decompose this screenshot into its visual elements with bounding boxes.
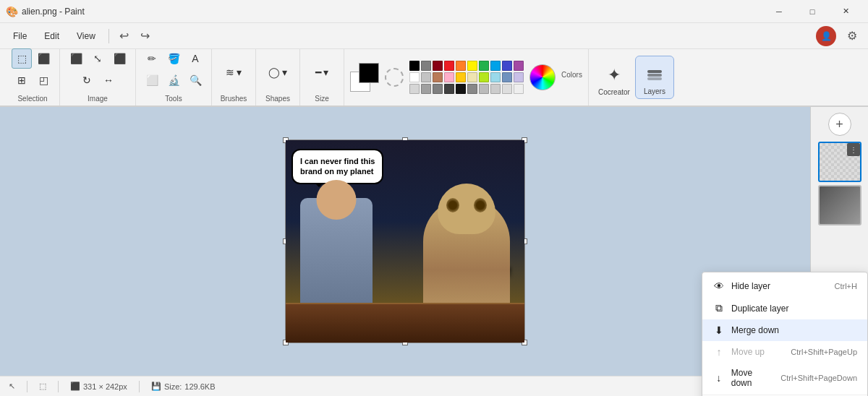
status-divider-2 (58, 381, 59, 392)
resize-tool[interactable]: ⤡ (88, 48, 108, 69)
color-swatch[interactable] (433, 61, 443, 71)
alien-eye-right (474, 198, 487, 212)
svg-rect-0 (647, 70, 662, 73)
foreground-color-box[interactable] (359, 63, 379, 83)
color-swatch[interactable] (514, 72, 524, 82)
close-button[interactable]: ✕ (829, 0, 862, 23)
layer-thumb-2[interactable] (818, 185, 861, 225)
color-swatch[interactable] (456, 84, 466, 94)
undo-button[interactable]: ↩ (115, 26, 133, 46)
minimize-button[interactable]: ─ (762, 0, 796, 23)
maximize-button[interactable]: □ (796, 0, 829, 23)
color-swatch[interactable] (514, 61, 524, 71)
color-swatch[interactable] (467, 72, 477, 82)
skew-tool[interactable]: ⬛ (109, 48, 129, 69)
size-button[interactable]: ━ ▾ (306, 62, 338, 82)
duplicate-layer-label: Duplicate layer (731, 304, 788, 314)
toolbar: ⬚ ⬛ ⊞ ◰ Selection ⬛ ⤡ ⬛ ↻ ↔ Image ✏ 🪣 A … (0, 49, 868, 107)
color-swatch[interactable] (409, 84, 420, 94)
color-swatch[interactable] (456, 61, 466, 71)
color-swatch[interactable] (421, 72, 431, 82)
brushes-button[interactable]: ≋ ▾ (218, 62, 250, 82)
fill-tool[interactable]: 🪣 (163, 48, 184, 69)
selection-rectangle-tool[interactable]: ⬚ (12, 48, 32, 69)
move-down-icon: ↓ (712, 372, 726, 384)
speech-line2: brand on my planet (300, 167, 373, 176)
pencil-tool[interactable]: ✏ (142, 48, 162, 69)
layer-thumb-1[interactable]: ⋮ (818, 142, 861, 182)
magnifier-tool[interactable]: 🔍 (185, 70, 205, 90)
color-swatch[interactable] (433, 84, 443, 94)
menu-edit[interactable]: Edit (37, 28, 67, 44)
selection-label: Selection (17, 95, 47, 103)
eraser-tool[interactable]: ⬜ (142, 70, 162, 90)
cocreator-button[interactable]: ✦ Cocreator (595, 56, 634, 99)
settings-button[interactable]: ⚙ (842, 26, 862, 46)
merge-down-label: Merge down (731, 325, 779, 335)
hide-layer-item[interactable]: 👁 Hide layer Ctrl+H (702, 275, 867, 297)
move-down-label: Move down (731, 368, 775, 388)
context-menu: 👁 Hide layer Ctrl+H ⧉ Duplicate layer ⬇ … (702, 272, 868, 396)
shapes-label: Shapes (265, 95, 290, 103)
color-swatch[interactable] (502, 84, 512, 94)
select-all-tool[interactable]: ⊞ (12, 70, 32, 90)
eyedropper-tool[interactable]: 🔬 (163, 70, 184, 90)
layer-options-icon[interactable]: ⋮ (847, 143, 860, 156)
text-tool[interactable]: A (185, 48, 205, 69)
menu-bar: File Edit View ↩ ↪ 👤 ⚙ (0, 23, 868, 49)
layers-label: Layers (644, 87, 665, 95)
rotate-tool[interactable]: ↻ (77, 70, 97, 90)
color-swatch[interactable] (421, 84, 431, 94)
color-swatch[interactable] (444, 61, 454, 71)
color-swatch[interactable] (467, 84, 477, 94)
menu-divider (109, 29, 109, 43)
add-layer-button[interactable]: + (828, 113, 851, 136)
color-swatch[interactable] (456, 72, 466, 82)
svg-rect-1 (647, 74, 662, 77)
color-swatch[interactable] (444, 72, 454, 82)
color-swatch[interactable] (479, 72, 489, 82)
color-swatch[interactable] (479, 84, 489, 94)
brushes-label: Brushes (221, 95, 247, 103)
crop-tool[interactable]: ⬛ (66, 48, 86, 69)
hide-layer-shortcut: Ctrl+H (835, 282, 857, 290)
selection-freeform-tool[interactable]: ⬛ (33, 48, 54, 69)
merge-down-item[interactable]: ⬇ Merge down (702, 319, 867, 341)
title-bar: 🎨 alien.png - Paint ─ □ ✕ (0, 0, 868, 23)
color-circle-selector[interactable] (385, 68, 404, 87)
color-swatch[interactable] (502, 61, 512, 71)
color-swatch[interactable] (433, 72, 443, 82)
inverse-select-tool[interactable]: ◰ (33, 70, 54, 90)
color-row-3 (409, 84, 524, 94)
menu-view[interactable]: View (69, 28, 103, 44)
canvas-area[interactable]: I can never find this brand on my planet… (0, 107, 810, 376)
color-swatch[interactable] (421, 61, 431, 71)
hide-layer-icon: 👁 (712, 280, 726, 292)
shapes-button[interactable]: ◯ ▾ (262, 62, 294, 82)
menu-file[interactable]: File (6, 28, 34, 44)
color-swatch[interactable] (444, 84, 454, 94)
color-swatch[interactable] (490, 61, 501, 71)
duplicate-layer-item[interactable]: ⧉ Duplicate layer (702, 297, 867, 319)
move-up-item[interactable]: ↑ Move up Ctrl+Shift+PageUp (702, 341, 867, 363)
color-selector-group (385, 68, 404, 87)
window-title: alien.png - Paint (22, 7, 762, 17)
color-swatch[interactable] (467, 61, 477, 71)
color-swatch[interactable] (490, 84, 501, 94)
color-swatch[interactable] (479, 61, 489, 71)
color-swatch[interactable] (514, 84, 524, 94)
color-swatch[interactable] (409, 72, 420, 82)
redo-button[interactable]: ↪ (136, 26, 154, 46)
alien-background: I can never find this brand on my planet… (286, 140, 524, 343)
move-down-item[interactable]: ↓ Move down Ctrl+Shift+PageDown (702, 363, 867, 393)
flip-tool[interactable]: ↔ (98, 70, 119, 90)
alien-eye-left (446, 198, 459, 212)
color-swatch[interactable] (409, 61, 420, 71)
selection-top-row: ⬚ ⬛ (12, 48, 54, 69)
layers-button[interactable]: Layers (635, 56, 674, 99)
color-swatch[interactable] (502, 72, 512, 82)
image-bottom-row: ↻ ↔ (77, 70, 119, 90)
color-swatch[interactable] (490, 72, 501, 82)
color-wheel-button[interactable] (529, 64, 556, 90)
cursor-icon: ↖ (9, 382, 15, 391)
